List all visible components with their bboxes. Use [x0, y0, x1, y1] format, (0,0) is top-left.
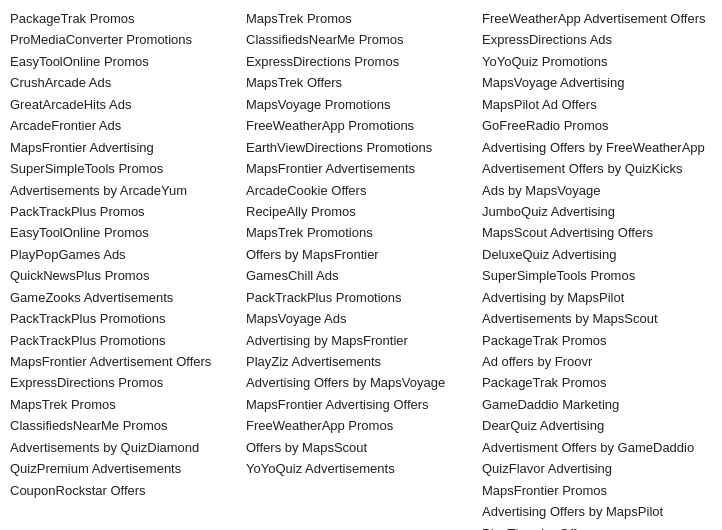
list-item: PackageTrak Promos [10, 8, 234, 29]
list-item: Advertisement Offers by QuizKicks [482, 158, 706, 179]
list-item: Advertisements by QuizDiamond [10, 437, 234, 458]
column-1: PackageTrak PromosProMediaConverter Prom… [10, 8, 240, 530]
list-item: PackTrackPlus Promotions [10, 308, 234, 329]
list-item: JumboQuiz Advertising [482, 201, 706, 222]
list-item: Advertising Offers by FreeWeatherApp [482, 137, 706, 158]
list-item: PlayPopGames Ads [10, 244, 234, 265]
list-item: PlayThunder Offers [482, 523, 706, 531]
list-item: CrushArcade Ads [10, 72, 234, 93]
list-item: PackageTrak Promos [482, 372, 706, 393]
list-item: ArcadeCookie Offers [246, 180, 470, 201]
list-item: EasyToolOnline Promos [10, 51, 234, 72]
list-item: Ads by MapsVoyage [482, 180, 706, 201]
list-item: ProMediaConverter Promotions [10, 29, 234, 50]
list-item: FreeWeatherApp Advertisement Offers [482, 8, 706, 29]
list-item: CouponRockstar Offers [10, 480, 234, 501]
list-item: PackTrackPlus Promos [10, 201, 234, 222]
list-item: FreeWeatherApp Promos [246, 415, 470, 436]
list-item: GameZooks Advertisements [10, 287, 234, 308]
list-item: EarthViewDirections Promotions [246, 137, 470, 158]
list-item: FreeWeatherApp Promotions [246, 115, 470, 136]
list-item: PlayZiz Advertisements [246, 351, 470, 372]
list-item: Advertising Offers by MapsVoyage [246, 372, 470, 393]
list-item: Ad offers by Froovr [482, 351, 706, 372]
list-item: MapsVoyage Ads [246, 308, 470, 329]
list-item: YoYoQuiz Promotions [482, 51, 706, 72]
list-item: MapsTrek Promos [10, 394, 234, 415]
list-item: GoFreeRadio Promos [482, 115, 706, 136]
list-item: SuperSimpleTools Promos [10, 158, 234, 179]
list-item: SuperSimpleTools Promos [482, 265, 706, 286]
list-item: MapsFrontier Promos [482, 480, 706, 501]
list-item: ArcadeFrontier Ads [10, 115, 234, 136]
list-item: Advertisment Offers by GameDaddio [482, 437, 706, 458]
list-item: GamesChill Ads [246, 265, 470, 286]
list-item: MapsVoyage Promotions [246, 94, 470, 115]
list-item: ClassifiedsNearMe Promos [246, 29, 470, 50]
list-item: ExpressDirections Promos [10, 372, 234, 393]
list-item: QuickNewsPlus Promos [10, 265, 234, 286]
list-item: Offers by MapsScout [246, 437, 470, 458]
list-item: MapsFrontier Advertising Offers [246, 394, 470, 415]
list-item: ClassifiedsNearMe Promos [10, 415, 234, 436]
list-item: MapsFrontier Advertising [10, 137, 234, 158]
list-item: PackageTrak Promos [482, 330, 706, 351]
list-item: EasyToolOnline Promos [10, 222, 234, 243]
list-item: Advertising by MapsFrontier [246, 330, 470, 351]
list-item: PackTrackPlus Promotions [246, 287, 470, 308]
list-item: GreatArcadeHits Ads [10, 94, 234, 115]
list-item: MapsFrontier Advertisements [246, 158, 470, 179]
list-item: PackTrackPlus Promotions [10, 330, 234, 351]
list-item: YoYoQuiz Advertisements [246, 458, 470, 479]
list-item: MapsPilot Ad Offers [482, 94, 706, 115]
main-columns: PackageTrak PromosProMediaConverter Prom… [10, 8, 712, 530]
list-item: RecipeAlly Promos [246, 201, 470, 222]
list-item: QuizPremium Advertisements [10, 458, 234, 479]
list-item: Offers by MapsFrontier [246, 244, 470, 265]
column-2: MapsTrek PromosClassifiedsNearMe PromosE… [240, 8, 476, 530]
list-item: ExpressDirections Ads [482, 29, 706, 50]
list-item: DearQuiz Advertising [482, 415, 706, 436]
list-item: MapsTrek Promos [246, 8, 470, 29]
list-item: MapsVoyage Advertising [482, 72, 706, 93]
list-item: Advertisements by MapsScout [482, 308, 706, 329]
list-item: GameDaddio Marketing [482, 394, 706, 415]
list-item: DeluxeQuiz Advertising [482, 244, 706, 265]
list-item: Advertising by MapsPilot [482, 287, 706, 308]
list-item: MapsScout Advertising Offers [482, 222, 706, 243]
list-item: MapsFrontier Advertisement Offers [10, 351, 234, 372]
list-item: MapsTrek Promotions [246, 222, 470, 243]
list-item: Advertisements by ArcadeYum [10, 180, 234, 201]
list-item: QuizFlavor Advertising [482, 458, 706, 479]
list-item: MapsTrek Offers [246, 72, 470, 93]
column-3: FreeWeatherApp Advertisement OffersExpre… [476, 8, 712, 530]
list-item: Advertising Offers by MapsPilot [482, 501, 706, 522]
list-item: ExpressDirections Promos [246, 51, 470, 72]
